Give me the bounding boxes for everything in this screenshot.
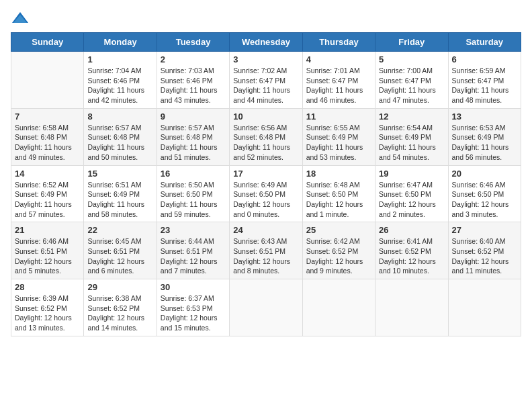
calendar-cell: 15Sunrise: 6:51 AMSunset: 6:49 PMDayligh… [84,165,157,222]
day-number: 10 [233,111,298,122]
calendar-cell: 1Sunrise: 7:04 AMSunset: 6:46 PMDaylight… [84,52,157,109]
calendar-cell [375,279,448,336]
cell-content: Sunrise: 6:52 AMSunset: 6:49 PMDaylight:… [15,180,80,220]
calendar-cell: 29Sunrise: 6:38 AMSunset: 6:52 PMDayligh… [84,279,157,336]
day-number: 23 [161,225,226,235]
day-number: 7 [15,111,80,122]
calendar-cell: 25Sunrise: 6:42 AMSunset: 6:52 PMDayligh… [302,222,375,279]
calendar-header-row: SundayMondayTuesdayWednesdayThursdayFrid… [11,33,521,52]
calendar-cell: 22Sunrise: 6:45 AMSunset: 6:51 PMDayligh… [84,222,157,279]
cell-content: Sunrise: 6:39 AMSunset: 6:52 PMDaylight:… [15,293,80,333]
calendar-cell: 21Sunrise: 6:46 AMSunset: 6:51 PMDayligh… [11,222,84,279]
cell-content: Sunrise: 7:01 AMSunset: 6:47 PMDaylight:… [306,66,371,105]
day-number: 15 [87,169,152,179]
calendar-table: SundayMondayTuesdayWednesdayThursdayFrid… [11,32,521,336]
calendar-cell: 9Sunrise: 6:57 AMSunset: 6:48 PMDaylight… [157,108,229,165]
calendar-cell: 7Sunrise: 6:58 AMSunset: 6:48 PMDaylight… [11,108,84,165]
day-number: 24 [233,225,298,235]
day-number: 18 [306,169,371,179]
day-number: 20 [452,169,517,179]
day-number: 4 [306,54,371,64]
cell-content: Sunrise: 6:57 AMSunset: 6:48 PMDaylight:… [161,123,226,163]
cell-content: Sunrise: 6:42 AMSunset: 6:52 PMDaylight:… [306,236,371,276]
calendar-cell: 8Sunrise: 6:57 AMSunset: 6:48 PMDaylight… [84,108,157,165]
cell-content: Sunrise: 6:38 AMSunset: 6:52 PMDaylight:… [87,293,152,333]
cell-content: Sunrise: 6:46 AMSunset: 6:50 PMDaylight:… [452,180,517,220]
cell-content: Sunrise: 6:59 AMSunset: 6:47 PMDaylight:… [452,66,517,105]
day-number: 9 [161,111,226,122]
calendar-cell: 17Sunrise: 6:49 AMSunset: 6:50 PMDayligh… [230,165,302,222]
logo-icon [11,11,30,26]
cell-content: Sunrise: 6:45 AMSunset: 6:51 PMDaylight:… [87,236,152,276]
calendar-cell: 23Sunrise: 6:44 AMSunset: 6:51 PMDayligh… [157,222,229,279]
day-number: 26 [379,225,444,235]
day-header-saturday: Saturday [448,33,521,52]
cell-content: Sunrise: 6:41 AMSunset: 6:52 PMDaylight:… [379,236,444,276]
calendar-week-4: 21Sunrise: 6:46 AMSunset: 6:51 PMDayligh… [11,222,521,279]
cell-content: Sunrise: 6:56 AMSunset: 6:48 PMDaylight:… [233,123,298,163]
day-header-friday: Friday [375,33,448,52]
calendar-cell [448,279,521,336]
cell-content: Sunrise: 6:44 AMSunset: 6:51 PMDaylight:… [161,236,226,276]
calendar-cell: 18Sunrise: 6:48 AMSunset: 6:50 PMDayligh… [302,165,375,222]
day-number: 11 [306,111,371,122]
calendar-cell [302,279,375,336]
day-number: 21 [15,225,80,235]
cell-content: Sunrise: 6:55 AMSunset: 6:49 PMDaylight:… [306,123,371,163]
calendar-cell: 3Sunrise: 7:02 AMSunset: 6:47 PMDaylight… [230,52,302,109]
cell-content: Sunrise: 6:57 AMSunset: 6:48 PMDaylight:… [87,123,152,163]
page-header [11,11,521,26]
cell-content: Sunrise: 7:04 AMSunset: 6:46 PMDaylight:… [87,66,152,105]
cell-content: Sunrise: 6:50 AMSunset: 6:50 PMDaylight:… [161,180,226,220]
day-number: 16 [161,169,226,179]
cell-content: Sunrise: 6:48 AMSunset: 6:50 PMDaylight:… [306,180,371,220]
cell-content: Sunrise: 7:03 AMSunset: 6:46 PMDaylight:… [161,66,226,105]
day-number: 28 [15,282,80,292]
day-number: 8 [87,111,152,122]
cell-content: Sunrise: 6:46 AMSunset: 6:51 PMDaylight:… [15,236,80,276]
calendar-week-5: 28Sunrise: 6:39 AMSunset: 6:52 PMDayligh… [11,279,521,336]
calendar-cell: 14Sunrise: 6:52 AMSunset: 6:49 PMDayligh… [11,165,84,222]
calendar-cell: 27Sunrise: 6:40 AMSunset: 6:52 PMDayligh… [448,222,521,279]
day-header-sunday: Sunday [11,33,84,52]
day-number: 17 [233,169,298,179]
day-header-monday: Monday [84,33,157,52]
calendar-cell: 24Sunrise: 6:43 AMSunset: 6:51 PMDayligh… [230,222,302,279]
cell-content: Sunrise: 6:43 AMSunset: 6:51 PMDaylight:… [233,236,298,276]
cell-content: Sunrise: 6:58 AMSunset: 6:48 PMDaylight:… [15,123,80,163]
calendar-week-2: 7Sunrise: 6:58 AMSunset: 6:48 PMDaylight… [11,108,521,165]
day-number: 5 [379,54,444,64]
cell-content: Sunrise: 7:02 AMSunset: 6:47 PMDaylight:… [233,66,298,105]
calendar-week-1: 1Sunrise: 7:04 AMSunset: 6:46 PMDaylight… [11,52,521,109]
day-number: 3 [233,54,298,64]
calendar-cell: 10Sunrise: 6:56 AMSunset: 6:48 PMDayligh… [230,108,302,165]
day-number: 12 [379,111,444,122]
calendar-cell: 20Sunrise: 6:46 AMSunset: 6:50 PMDayligh… [448,165,521,222]
calendar-cell: 6Sunrise: 6:59 AMSunset: 6:47 PMDaylight… [448,52,521,109]
day-number: 25 [306,225,371,235]
day-number: 29 [87,282,152,292]
cell-content: Sunrise: 6:47 AMSunset: 6:50 PMDaylight:… [379,180,444,220]
day-number: 2 [161,54,226,64]
calendar-cell [11,52,84,109]
cell-content: Sunrise: 6:54 AMSunset: 6:49 PMDaylight:… [379,123,444,163]
calendar-cell: 16Sunrise: 6:50 AMSunset: 6:50 PMDayligh… [157,165,229,222]
day-number: 22 [87,225,152,235]
calendar-cell: 2Sunrise: 7:03 AMSunset: 6:46 PMDaylight… [157,52,229,109]
day-number: 13 [452,111,517,122]
day-number: 30 [161,282,226,292]
day-number: 6 [452,54,517,64]
calendar-cell [230,279,302,336]
calendar-cell: 11Sunrise: 6:55 AMSunset: 6:49 PMDayligh… [302,108,375,165]
cell-content: Sunrise: 6:49 AMSunset: 6:50 PMDaylight:… [233,180,298,220]
calendar-cell: 30Sunrise: 6:37 AMSunset: 6:53 PMDayligh… [157,279,229,336]
calendar-cell: 12Sunrise: 6:54 AMSunset: 6:49 PMDayligh… [375,108,448,165]
calendar-body: 1Sunrise: 7:04 AMSunset: 6:46 PMDaylight… [11,52,521,336]
day-header-tuesday: Tuesday [157,33,229,52]
day-number: 14 [15,169,80,179]
day-header-wednesday: Wednesday [230,33,302,52]
calendar-cell: 13Sunrise: 6:53 AMSunset: 6:49 PMDayligh… [448,108,521,165]
calendar-cell: 28Sunrise: 6:39 AMSunset: 6:52 PMDayligh… [11,279,84,336]
day-header-thursday: Thursday [302,33,375,52]
cell-content: Sunrise: 6:37 AMSunset: 6:53 PMDaylight:… [161,293,226,333]
